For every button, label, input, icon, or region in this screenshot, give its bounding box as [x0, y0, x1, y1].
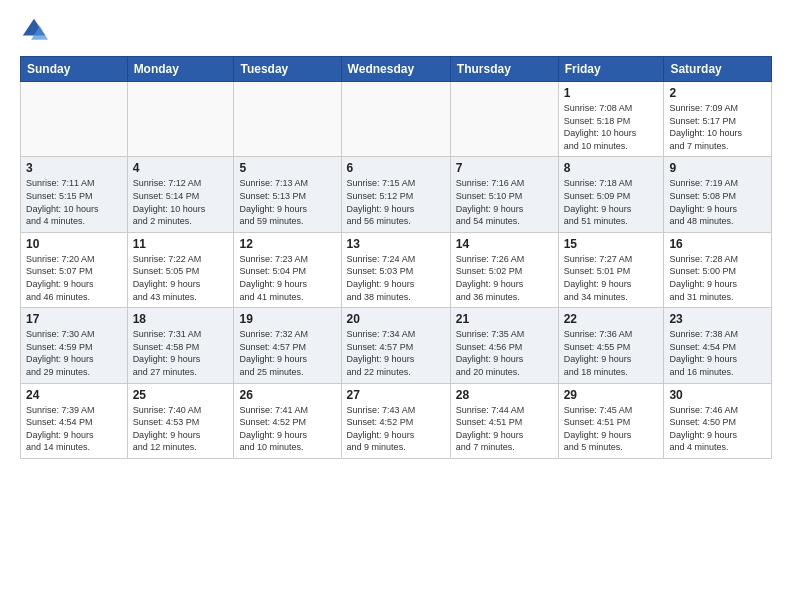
calendar-cell: 22Sunrise: 7:36 AM Sunset: 4:55 PM Dayli…	[558, 308, 664, 383]
calendar-cell: 19Sunrise: 7:32 AM Sunset: 4:57 PM Dayli…	[234, 308, 341, 383]
calendar-cell: 5Sunrise: 7:13 AM Sunset: 5:13 PM Daylig…	[234, 157, 341, 232]
day-info: Sunrise: 7:36 AM Sunset: 4:55 PM Dayligh…	[564, 328, 659, 378]
calendar-cell: 16Sunrise: 7:28 AM Sunset: 5:00 PM Dayli…	[664, 232, 772, 307]
calendar-cell	[21, 82, 128, 157]
day-info: Sunrise: 7:34 AM Sunset: 4:57 PM Dayligh…	[347, 328, 445, 378]
day-info: Sunrise: 7:27 AM Sunset: 5:01 PM Dayligh…	[564, 253, 659, 303]
day-info: Sunrise: 7:08 AM Sunset: 5:18 PM Dayligh…	[564, 102, 659, 152]
day-info: Sunrise: 7:18 AM Sunset: 5:09 PM Dayligh…	[564, 177, 659, 227]
calendar-cell: 1Sunrise: 7:08 AM Sunset: 5:18 PM Daylig…	[558, 82, 664, 157]
calendar-cell: 29Sunrise: 7:45 AM Sunset: 4:51 PM Dayli…	[558, 383, 664, 458]
day-number: 7	[456, 161, 553, 175]
calendar-cell: 18Sunrise: 7:31 AM Sunset: 4:58 PM Dayli…	[127, 308, 234, 383]
calendar-cell: 20Sunrise: 7:34 AM Sunset: 4:57 PM Dayli…	[341, 308, 450, 383]
day-number: 24	[26, 388, 122, 402]
day-info: Sunrise: 7:13 AM Sunset: 5:13 PM Dayligh…	[239, 177, 335, 227]
day-number: 10	[26, 237, 122, 251]
calendar-cell	[234, 82, 341, 157]
day-info: Sunrise: 7:22 AM Sunset: 5:05 PM Dayligh…	[133, 253, 229, 303]
day-number: 23	[669, 312, 766, 326]
day-number: 27	[347, 388, 445, 402]
day-number: 16	[669, 237, 766, 251]
day-info: Sunrise: 7:15 AM Sunset: 5:12 PM Dayligh…	[347, 177, 445, 227]
day-info: Sunrise: 7:16 AM Sunset: 5:10 PM Dayligh…	[456, 177, 553, 227]
day-number: 15	[564, 237, 659, 251]
weekday-header-thursday: Thursday	[450, 57, 558, 82]
day-number: 12	[239, 237, 335, 251]
day-info: Sunrise: 7:32 AM Sunset: 4:57 PM Dayligh…	[239, 328, 335, 378]
weekday-header-monday: Monday	[127, 57, 234, 82]
day-info: Sunrise: 7:39 AM Sunset: 4:54 PM Dayligh…	[26, 404, 122, 454]
weekday-header-row: SundayMondayTuesdayWednesdayThursdayFrid…	[21, 57, 772, 82]
day-info: Sunrise: 7:43 AM Sunset: 4:52 PM Dayligh…	[347, 404, 445, 454]
weekday-header-wednesday: Wednesday	[341, 57, 450, 82]
day-info: Sunrise: 7:24 AM Sunset: 5:03 PM Dayligh…	[347, 253, 445, 303]
day-number: 18	[133, 312, 229, 326]
calendar-cell: 3Sunrise: 7:11 AM Sunset: 5:15 PM Daylig…	[21, 157, 128, 232]
calendar-cell: 11Sunrise: 7:22 AM Sunset: 5:05 PM Dayli…	[127, 232, 234, 307]
week-row-4: 17Sunrise: 7:30 AM Sunset: 4:59 PM Dayli…	[21, 308, 772, 383]
day-info: Sunrise: 7:26 AM Sunset: 5:02 PM Dayligh…	[456, 253, 553, 303]
day-number: 3	[26, 161, 122, 175]
day-info: Sunrise: 7:20 AM Sunset: 5:07 PM Dayligh…	[26, 253, 122, 303]
calendar-cell: 28Sunrise: 7:44 AM Sunset: 4:51 PM Dayli…	[450, 383, 558, 458]
day-info: Sunrise: 7:19 AM Sunset: 5:08 PM Dayligh…	[669, 177, 766, 227]
calendar-cell: 13Sunrise: 7:24 AM Sunset: 5:03 PM Dayli…	[341, 232, 450, 307]
day-number: 20	[347, 312, 445, 326]
calendar-cell: 30Sunrise: 7:46 AM Sunset: 4:50 PM Dayli…	[664, 383, 772, 458]
header	[20, 16, 772, 44]
calendar-cell: 17Sunrise: 7:30 AM Sunset: 4:59 PM Dayli…	[21, 308, 128, 383]
calendar-cell: 27Sunrise: 7:43 AM Sunset: 4:52 PM Dayli…	[341, 383, 450, 458]
day-number: 21	[456, 312, 553, 326]
weekday-header-saturday: Saturday	[664, 57, 772, 82]
day-number: 9	[669, 161, 766, 175]
day-info: Sunrise: 7:35 AM Sunset: 4:56 PM Dayligh…	[456, 328, 553, 378]
calendar-cell: 9Sunrise: 7:19 AM Sunset: 5:08 PM Daylig…	[664, 157, 772, 232]
calendar-cell: 12Sunrise: 7:23 AM Sunset: 5:04 PM Dayli…	[234, 232, 341, 307]
day-number: 26	[239, 388, 335, 402]
weekday-header-sunday: Sunday	[21, 57, 128, 82]
day-number: 22	[564, 312, 659, 326]
day-number: 8	[564, 161, 659, 175]
day-number: 25	[133, 388, 229, 402]
day-number: 30	[669, 388, 766, 402]
day-info: Sunrise: 7:41 AM Sunset: 4:52 PM Dayligh…	[239, 404, 335, 454]
day-number: 29	[564, 388, 659, 402]
day-number: 17	[26, 312, 122, 326]
calendar-cell: 21Sunrise: 7:35 AM Sunset: 4:56 PM Dayli…	[450, 308, 558, 383]
calendar-cell: 26Sunrise: 7:41 AM Sunset: 4:52 PM Dayli…	[234, 383, 341, 458]
calendar-cell: 14Sunrise: 7:26 AM Sunset: 5:02 PM Dayli…	[450, 232, 558, 307]
day-number: 5	[239, 161, 335, 175]
day-info: Sunrise: 7:11 AM Sunset: 5:15 PM Dayligh…	[26, 177, 122, 227]
calendar-cell: 2Sunrise: 7:09 AM Sunset: 5:17 PM Daylig…	[664, 82, 772, 157]
calendar-cell: 25Sunrise: 7:40 AM Sunset: 4:53 PM Dayli…	[127, 383, 234, 458]
day-info: Sunrise: 7:46 AM Sunset: 4:50 PM Dayligh…	[669, 404, 766, 454]
day-info: Sunrise: 7:45 AM Sunset: 4:51 PM Dayligh…	[564, 404, 659, 454]
logo-icon	[20, 16, 48, 44]
weekday-header-friday: Friday	[558, 57, 664, 82]
day-number: 11	[133, 237, 229, 251]
day-info: Sunrise: 7:12 AM Sunset: 5:14 PM Dayligh…	[133, 177, 229, 227]
day-info: Sunrise: 7:30 AM Sunset: 4:59 PM Dayligh…	[26, 328, 122, 378]
day-number: 1	[564, 86, 659, 100]
page: SundayMondayTuesdayWednesdayThursdayFrid…	[0, 0, 792, 475]
calendar-cell: 24Sunrise: 7:39 AM Sunset: 4:54 PM Dayli…	[21, 383, 128, 458]
day-info: Sunrise: 7:31 AM Sunset: 4:58 PM Dayligh…	[133, 328, 229, 378]
day-number: 2	[669, 86, 766, 100]
week-row-1: 1Sunrise: 7:08 AM Sunset: 5:18 PM Daylig…	[21, 82, 772, 157]
calendar-cell: 23Sunrise: 7:38 AM Sunset: 4:54 PM Dayli…	[664, 308, 772, 383]
day-number: 4	[133, 161, 229, 175]
day-info: Sunrise: 7:44 AM Sunset: 4:51 PM Dayligh…	[456, 404, 553, 454]
day-number: 13	[347, 237, 445, 251]
calendar: SundayMondayTuesdayWednesdayThursdayFrid…	[20, 56, 772, 459]
day-info: Sunrise: 7:09 AM Sunset: 5:17 PM Dayligh…	[669, 102, 766, 152]
calendar-cell: 7Sunrise: 7:16 AM Sunset: 5:10 PM Daylig…	[450, 157, 558, 232]
calendar-cell: 6Sunrise: 7:15 AM Sunset: 5:12 PM Daylig…	[341, 157, 450, 232]
calendar-cell: 8Sunrise: 7:18 AM Sunset: 5:09 PM Daylig…	[558, 157, 664, 232]
calendar-cell: 10Sunrise: 7:20 AM Sunset: 5:07 PM Dayli…	[21, 232, 128, 307]
day-info: Sunrise: 7:23 AM Sunset: 5:04 PM Dayligh…	[239, 253, 335, 303]
day-number: 28	[456, 388, 553, 402]
day-number: 6	[347, 161, 445, 175]
calendar-cell: 4Sunrise: 7:12 AM Sunset: 5:14 PM Daylig…	[127, 157, 234, 232]
calendar-cell	[450, 82, 558, 157]
